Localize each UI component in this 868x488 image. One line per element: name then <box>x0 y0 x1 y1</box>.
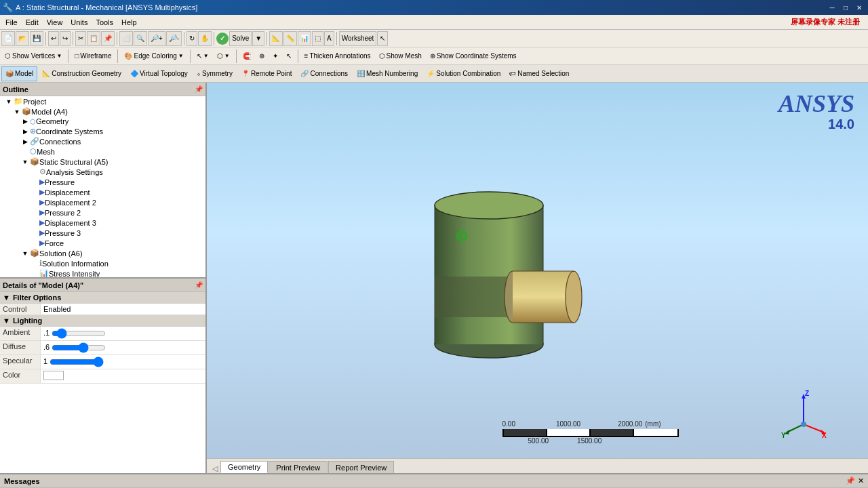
messages-pin[interactable]: 📌 <box>846 476 855 485</box>
tree-coord-systems[interactable]: ▶ ⊕ Coordinate Systems <box>0 126 205 136</box>
zoom-btn[interactable]: 🔍 <box>134 31 147 46</box>
tb1-btn1[interactable]: 📐 <box>269 31 283 46</box>
tree-sol-info[interactable]: ℹ Solution Information <box>0 258 205 268</box>
solve-dropdown[interactable]: ▼ <box>252 31 264 46</box>
sep7 <box>336 32 337 45</box>
thicken-btn[interactable]: ≡ Thicken Annotations <box>301 49 374 64</box>
snap-btn[interactable]: 🧲 <box>239 49 254 64</box>
tab-print-preview[interactable]: Print Preview <box>269 461 328 473</box>
diffuse-slider[interactable] <box>52 342 106 353</box>
lighting-label: Lighting <box>13 317 42 325</box>
undo-btn[interactable]: ↩ <box>48 31 59 46</box>
tb1-btn5[interactable]: A <box>324 31 334 46</box>
copy-btn[interactable]: 📋 <box>87 31 100 46</box>
worksheet-btn[interactable]: Worksheet <box>339 31 377 46</box>
tree-mesh[interactable]: ⬡ Mesh <box>0 146 205 157</box>
select-mode-btn[interactable]: ↖ ▼ <box>193 49 212 64</box>
outline-pin[interactable]: 📌 <box>195 85 203 93</box>
tab-remote-point[interactable]: 📍 Remote Point <box>237 66 296 81</box>
minimize-button[interactable]: ─ <box>826 2 838 13</box>
color-row: Color <box>0 369 205 384</box>
menu-edit[interactable]: Edit <box>22 17 43 28</box>
cut-btn[interactable]: ✂ <box>75 31 86 46</box>
tab-report-preview[interactable]: Report Preview <box>328 461 394 473</box>
menu-units[interactable]: Units <box>66 17 92 28</box>
tree-displacement3[interactable]: ▶ Displacement 3 <box>0 218 205 228</box>
edge-coloring-btn[interactable]: 🎨 Edge Coloring ▼ <box>121 49 186 64</box>
menubar: File Edit View Units Tools Help 屏幕录像专家 未… <box>0 15 868 30</box>
filter-options-header[interactable]: ▼ Filter Options <box>0 292 205 304</box>
tree-geometry[interactable]: ▶ ⬡ Geometry <box>0 117 205 126</box>
close-button[interactable]: ✕ <box>853 2 865 13</box>
tree-pressure2[interactable]: ▶ Pressure 2 <box>0 207 205 218</box>
details-pin[interactable]: 📌 <box>195 281 203 289</box>
tree-displacement2[interactable]: ▶ Displacement 2 <box>0 197 205 207</box>
tab-geometry[interactable]: Geometry <box>220 461 268 473</box>
tree-project[interactable]: ▼ 📁 Project <box>0 96 205 106</box>
tree-pressure3[interactable]: ▶ Pressure 3 <box>0 228 205 238</box>
redo-btn[interactable]: ↪ <box>60 31 71 46</box>
zoom-in-btn[interactable]: 🔎+ <box>148 31 165 46</box>
lighting-header[interactable]: ▼ Lighting <box>0 315 205 327</box>
rotate-btn[interactable]: ↻ <box>186 31 197 46</box>
new-btn[interactable]: 📄 <box>1 31 15 46</box>
open-btn[interactable]: 📂 <box>16 31 29 46</box>
specular-slider[interactable] <box>50 357 104 367</box>
tree-solution[interactable]: ▼ 📦 Solution (A6) <box>0 248 205 258</box>
menu-help[interactable]: Help <box>117 17 141 28</box>
3d-viewport[interactable]: ANSYS 14.0 <box>207 83 868 458</box>
tree-connections[interactable]: ▶ 🔗 Connections <box>0 136 205 146</box>
vertices-icon: ⬡ <box>5 52 11 60</box>
menu-file[interactable]: File <box>1 17 22 28</box>
tb1-btn3[interactable]: 📊 <box>298 31 311 46</box>
tab-model[interactable]: 📦 Model <box>1 66 37 81</box>
show-coord-btn[interactable]: ⊕ Show Coordinate Systems <box>427 49 520 64</box>
snap2-btn[interactable]: ⊕ <box>256 49 268 64</box>
tree-model[interactable]: ▼ 📦 Model (A4) <box>0 106 205 117</box>
pres2-icon: ▶ <box>39 208 45 217</box>
tree-analysis-settings[interactable]: ⚙ Analysis Settings <box>0 167 205 177</box>
tab-solution-combination[interactable]: ⚡ Solution Combination <box>422 66 505 81</box>
tab-mesh-numbering[interactable]: 🔢 Mesh Numbering <box>353 66 422 81</box>
messages-close[interactable]: ✕ <box>858 476 864 485</box>
solve-btn[interactable]: Solve <box>229 31 252 46</box>
select-type-btn[interactable]: ⬡ ▼ <box>214 49 233 64</box>
paste-btn[interactable]: 📌 <box>101 31 115 46</box>
color-box[interactable] <box>43 371 64 380</box>
tree-pressure[interactable]: ▶ Pressure <box>0 177 205 187</box>
show-vertices-btn[interactable]: ⬡ Show Vertices ▼ <box>1 49 65 64</box>
tab-virtual-topology[interactable]: 🔷 Virtual Topology <box>126 66 192 81</box>
tab-construction-geometry[interactable]: 📐 Construction Geometry <box>38 66 125 81</box>
tree-geometry-label: Geometry <box>36 117 68 125</box>
maximize-button[interactable]: □ <box>840 2 852 13</box>
snap3-btn[interactable]: ✦ <box>269 49 281 64</box>
coord-icon: ⊕ <box>430 52 435 60</box>
svg-text:Y: Y <box>781 432 786 438</box>
tab-connections[interactable]: 🔗 Connections <box>296 66 352 81</box>
tab-symmetry[interactable]: ⬦ Symmetry <box>193 66 237 81</box>
svg-rect-7 <box>513 271 574 323</box>
cursor-btn[interactable]: ↖ <box>377 31 388 46</box>
pan-btn[interactable]: ✋ <box>198 31 212 46</box>
menu-tools[interactable]: Tools <box>92 17 117 28</box>
show-mesh-btn[interactable]: ⬡ Show Mesh <box>376 49 425 64</box>
wireframe-btn[interactable]: □ Wireframe <box>71 49 115 64</box>
zoom-out-btn[interactable]: 🔎- <box>166 31 182 46</box>
ambient-slider[interactable] <box>52 328 106 339</box>
menu-view[interactable]: View <box>43 17 67 28</box>
analysis-icon: ⚙ <box>39 167 46 176</box>
tree-displacement-label: Displacement <box>45 188 90 197</box>
cursor2-btn[interactable]: ↖ <box>283 49 295 64</box>
zoom-fit-btn[interactable]: ⬜ <box>119 31 133 46</box>
save-btn[interactable]: 💾 <box>30 31 43 46</box>
tree-static-structural[interactable]: ▼ 📦 Static Structural (A5) <box>0 157 205 167</box>
tree-displacement[interactable]: ▶ Displacement <box>0 187 205 197</box>
tb1-btn2[interactable]: 📏 <box>283 31 297 46</box>
tb1-btn4[interactable]: ⬚ <box>312 31 323 46</box>
tree-force[interactable]: ▶ Force <box>0 238 205 248</box>
ansys-promo: 屏幕录像专家 未注册 <box>791 17 860 27</box>
titlebar: 🔧 A : Static Structural - Mechanical [AN… <box>0 0 868 15</box>
tree-stress[interactable]: 📊 Stress Intensity <box>0 268 205 279</box>
sol-comb-icon: ⚡ <box>427 70 435 77</box>
tab-named-selection[interactable]: 🏷 Named Selection <box>505 66 573 81</box>
